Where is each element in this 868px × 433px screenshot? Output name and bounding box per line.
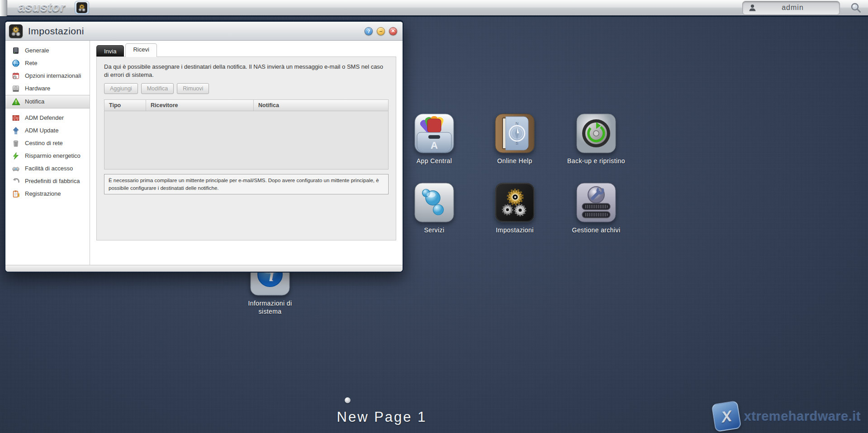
backup-restore-icon bbox=[576, 113, 616, 153]
window-statusbar bbox=[5, 265, 403, 272]
xtremehardware-logo-icon: X bbox=[711, 400, 741, 432]
desktop-icon-impostazioni[interactable]: Impostazioni bbox=[479, 183, 551, 234]
desktop-page-indicator-dot[interactable] bbox=[345, 397, 351, 403]
sidebar-item-facilita-di-accesso[interactable]: Facilità di accesso bbox=[5, 162, 90, 175]
trash-icon bbox=[11, 139, 20, 147]
search-icon[interactable] bbox=[850, 2, 862, 14]
sidebar-item-generale[interactable]: Generale bbox=[5, 44, 90, 57]
network-globe-icon bbox=[11, 59, 20, 67]
sidebar-item-registrazione[interactable]: Registrazione bbox=[5, 188, 90, 200]
top-taskbar: asustor admin bbox=[0, 0, 868, 17]
sidebar-label: ADM Update bbox=[25, 127, 58, 134]
sidebar-item-risparmio-energetico[interactable]: Risparmio energetico bbox=[5, 150, 90, 162]
recipients-table: Tipo Ricevitore Notifica bbox=[104, 99, 389, 169]
column-header-tipo[interactable]: Tipo bbox=[104, 100, 146, 111]
sidebar-item-predefiniti-di-fabbrica[interactable]: Predefiniti di fabbrica bbox=[5, 175, 90, 188]
desktop-icon-gestione-archivi[interactable]: Gestione archivi bbox=[560, 183, 632, 234]
svg-text:!: ! bbox=[15, 100, 16, 105]
taskbar-app-impostazioni[interactable] bbox=[75, 1, 89, 14]
gears-app-icon bbox=[76, 2, 87, 13]
user-menu[interactable]: admin bbox=[742, 1, 840, 15]
desktop-icon-label: Online Help bbox=[481, 157, 549, 165]
window-title: Impostazioni bbox=[28, 26, 84, 37]
modifica-button[interactable]: Modifica bbox=[141, 83, 174, 94]
energy-bolt-icon bbox=[11, 152, 20, 160]
sidebar-label: Hardware bbox=[25, 85, 50, 92]
logged-in-user: admin bbox=[757, 4, 840, 12]
desktop-icon-label: Servizi bbox=[400, 226, 468, 234]
clipboard-icon bbox=[11, 190, 20, 198]
harddrive-icon bbox=[11, 85, 20, 93]
desktop-icon-label: Back-up e ripristino bbox=[562, 157, 630, 165]
settings-sidebar: Generale Rete bbox=[5, 41, 90, 265]
server-icon bbox=[11, 47, 20, 55]
svg-text:N: N bbox=[516, 121, 519, 126]
sidebar-label: Rete bbox=[25, 60, 37, 67]
desktop-page-label: New Page 1 bbox=[337, 409, 427, 425]
impostazioni-window: Impostazioni ? – ✕ Generale bbox=[5, 20, 403, 273]
sidebar-label: Generale bbox=[25, 47, 49, 54]
empty-table-body bbox=[104, 111, 388, 169]
desktop-icon-label: App Central bbox=[400, 157, 468, 165]
online-help-icon: N S bbox=[495, 113, 535, 153]
sidebar-label: Predefiniti di fabbrica bbox=[25, 178, 80, 185]
desktop-icon-online-help[interactable]: N S Online Help bbox=[479, 113, 551, 165]
svg-text:S: S bbox=[516, 141, 518, 146]
tab-ricevi[interactable]: Ricevi bbox=[125, 43, 157, 57]
gears-icon bbox=[9, 24, 23, 38]
minimize-button[interactable]: – bbox=[377, 27, 385, 35]
sidebar-label: Registrazione bbox=[25, 190, 61, 198]
firewall-icon bbox=[11, 114, 20, 122]
asustor-logo: asustor bbox=[18, 1, 66, 15]
tab-strip: Invia Ricevi bbox=[96, 43, 396, 57]
svg-text:A: A bbox=[431, 140, 438, 151]
services-icon bbox=[414, 183, 454, 222]
desktop-icon-label: Impostazioni bbox=[481, 226, 549, 234]
sidebar-label: Cestino di rete bbox=[25, 140, 63, 147]
watermark: X xtremehardware.it bbox=[713, 402, 861, 430]
window-titlebar[interactable]: Impostazioni ? – ✕ bbox=[5, 22, 403, 41]
sidebar-item-cestino-di-rete[interactable]: Cestino di rete bbox=[5, 137, 90, 150]
aggiungi-button[interactable]: Aggiungi bbox=[104, 83, 138, 94]
panel-description: Da qui è possibile assegnare i destinata… bbox=[104, 63, 389, 79]
sidebar-label: Risparmio energetico bbox=[25, 152, 81, 160]
reset-arrow-icon bbox=[11, 177, 20, 185]
desktop-icon-label: Gestione archivi bbox=[562, 226, 630, 234]
watermark-text: xtremehardware.it bbox=[744, 409, 861, 424]
watermark-x: X bbox=[720, 407, 733, 426]
calendar-clock-icon bbox=[11, 72, 20, 80]
sidebar-item-adm-update[interactable]: ADM Update bbox=[5, 124, 90, 137]
update-arrow-icon bbox=[11, 127, 20, 135]
sidebar-label: ADM Defender bbox=[25, 114, 64, 122]
column-header-notifica[interactable]: Notifica bbox=[254, 100, 388, 111]
desktop-icon-servizi[interactable]: Servizi bbox=[398, 183, 470, 234]
panel-handle[interactable] bbox=[0, 0, 7, 16]
notice-message: È necessario prima compilare un mittente… bbox=[104, 174, 389, 194]
settings-gears-icon bbox=[495, 183, 535, 222]
notification-settings-content: Invia Ricevi Da qui è possibile assegnar… bbox=[90, 41, 403, 265]
desktop-icon-label: Informazioni di sistema bbox=[236, 299, 304, 315]
desktop-icon-backup-ripristino[interactable]: Back-up e ripristino bbox=[560, 113, 632, 165]
close-button[interactable]: ✕ bbox=[389, 27, 397, 35]
tab-invia[interactable]: Invia bbox=[96, 45, 124, 57]
storage-manager-icon bbox=[576, 183, 616, 222]
sidebar-label: Facilità di accesso bbox=[25, 165, 73, 172]
sidebar-label: Notifica bbox=[25, 98, 44, 105]
sidebar-label: Opzioni internazionali bbox=[25, 72, 81, 80]
alert-triangle-icon: ! bbox=[11, 98, 20, 106]
sidebar-item-opzioni-internazionali[interactable]: Opzioni internazionali bbox=[5, 70, 90, 82]
sidebar-item-rete[interactable]: Rete bbox=[5, 57, 90, 70]
rimuovi-button[interactable]: Rimuovi bbox=[177, 83, 209, 94]
help-button[interactable]: ? bbox=[365, 27, 373, 35]
sidebar-item-adm-defender[interactable]: ADM Defender bbox=[5, 112, 90, 124]
sidebar-item-hardware[interactable]: Hardware bbox=[5, 82, 90, 95]
ricevi-tab-panel: Da qui è possibile assegnare i destinata… bbox=[96, 56, 396, 240]
column-header-ricevitore[interactable]: Ricevitore bbox=[146, 100, 254, 111]
app-central-icon: A bbox=[414, 113, 454, 153]
desktop-icon-app-central[interactable]: A App Central bbox=[398, 113, 470, 165]
sidebar-item-notifica[interactable]: ! Notifica bbox=[5, 95, 90, 108]
person-icon bbox=[748, 4, 757, 12]
access-device-icon bbox=[11, 165, 20, 173]
